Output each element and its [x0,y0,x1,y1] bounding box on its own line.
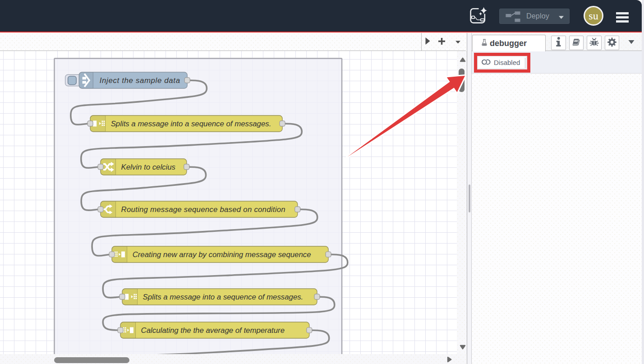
book-icon-svg [571,37,581,47]
caret-down-icon-svg [628,40,635,44]
gear-icon-svg [607,37,617,47]
toolbar-separator [525,58,525,68]
node-label: Routing message sequence based on condit… [121,205,285,214]
list-flows-button[interactable] [455,37,461,46]
debug-filter-button[interactable]: Disabled [477,56,527,69]
sidebar: debugger Disabled [472,33,642,364]
sidebar-menu-button[interactable] [627,38,636,46]
node-label: Kelvin to celcius [121,163,176,171]
flask-icon [482,39,487,48]
input-port[interactable] [87,121,93,126]
bug-icon [589,37,599,48]
scroll-down-arrow-icon-svg [460,345,466,350]
output-port[interactable] [314,294,320,299]
node-switch[interactable]: Routing message sequence based on condit… [98,201,300,217]
debug-filter-label: Disabled [494,59,520,66]
node-split[interactable]: Splits a message into a sequence of mess… [87,115,285,132]
scroll-up-arrow-icon[interactable] [460,56,466,64]
output-port[interactable] [295,207,300,212]
debug-messages-panel [472,74,642,364]
node-label: Splits a message into a sequence of mess… [111,120,271,128]
node-label: Splits a message into a sequence of mess… [143,293,304,301]
input-port[interactable] [118,327,123,333]
sidebar-separator[interactable] [467,33,472,364]
gear-icon [607,37,617,48]
inject-trigger-button[interactable] [68,76,77,85]
flow-canvas[interactable]: Inject the sample dataSplits a message i… [0,51,457,354]
sidebar-button-docs[interactable] [569,36,584,50]
node-split[interactable]: Splits a message into a sequence of mess… [120,289,320,305]
tabbar-actions [421,33,466,51]
scroll-right-arrow-icon[interactable] [447,356,452,364]
input-port[interactable] [120,294,125,299]
flow-svg: Inject the sample dataSplits a message i… [0,51,457,354]
tab-debugger[interactable]: debugger [472,35,546,51]
output-port[interactable] [184,164,189,170]
node-join[interactable]: Creating new array by combining message … [109,246,331,263]
toggle-off-icon [482,59,491,67]
node-label: Calculating the the average of temperatu… [141,326,285,335]
plus-icon-svg [438,38,445,45]
play-right-icon [425,37,430,46]
info-icon [556,37,561,48]
user-avatar[interactable]: su [584,6,603,26]
deploy-caret-icon[interactable] [559,13,564,21]
node-label: Creating new array by combining message … [133,250,311,259]
sidebar-header: debugger [472,33,642,51]
node-red-app: Deploy su Inject the sample dataSplits a… [0,0,644,364]
output-port[interactable] [280,121,285,126]
input-port[interactable] [98,164,103,170]
input-port[interactable] [109,252,115,257]
add-flow-button[interactable] [437,37,446,46]
horizontal-scrollbar[interactable] [0,354,466,364]
caret-down-icon [455,38,460,45]
sidebar-button-settings[interactable] [605,36,620,50]
scroll-tabs-right-button[interactable] [424,37,431,46]
window-right-margin [642,0,644,364]
main-menu-button[interactable] [616,12,629,23]
scroll-right-arrow-icon-svg [447,356,452,363]
toggle-off-icon-svg [482,59,491,65]
node-join[interactable]: Calculating the the average of temperatu… [118,322,312,338]
caret-down-icon-svg [455,41,460,44]
header-accent-line [0,32,642,33]
output-port[interactable] [307,327,312,333]
node-inject[interactable]: Inject the sample data [65,72,190,88]
deploy-caret-icon-svg [559,16,564,19]
deploy-button[interactable]: Deploy [499,9,570,24]
debug-toolbar: Disabled [472,51,642,74]
vertical-scrollbar-thumb[interactable] [459,69,465,92]
flow-assistant-icon-svg [469,5,488,25]
vertical-scrollbar[interactable] [457,51,467,354]
caret-down-icon [628,39,635,46]
bug-icon-svg [589,37,599,47]
play-right-icon-svg [425,37,430,45]
info-icon-svg [556,37,561,47]
sidebar-button-info[interactable] [551,36,566,50]
flow-assistant-icon [469,20,488,27]
input-port[interactable] [98,207,103,212]
deploy-label: Deploy [526,12,549,20]
horizontal-scrollbar-thumb[interactable] [54,357,129,363]
separator-grip[interactable] [469,184,470,212]
plus-icon [438,38,445,46]
node-change[interactable]: Kelvin to celcius [98,159,189,175]
deploy-nodes-icon [506,11,521,25]
flow-assistant-button[interactable] [469,5,488,25]
deploy-nodes-icon-svg [506,11,521,23]
book-icon [571,37,581,48]
hamburger-icon [616,12,629,14]
scroll-up-arrow-icon-svg [460,57,466,62]
output-port[interactable] [326,252,331,257]
workspace-tabbar [0,33,466,51]
flask-icon-svg [482,39,487,46]
sidebar-tab-label: debugger [490,39,527,48]
header: Deploy su [0,0,642,32]
sidebar-button-debug[interactable] [587,36,602,50]
sidebar-buttons [551,36,622,50]
node-label: Inject the sample data [100,76,180,85]
scroll-down-arrow-icon[interactable] [460,343,466,351]
output-port[interactable] [184,78,190,83]
avatar-initials: su [589,10,598,22]
